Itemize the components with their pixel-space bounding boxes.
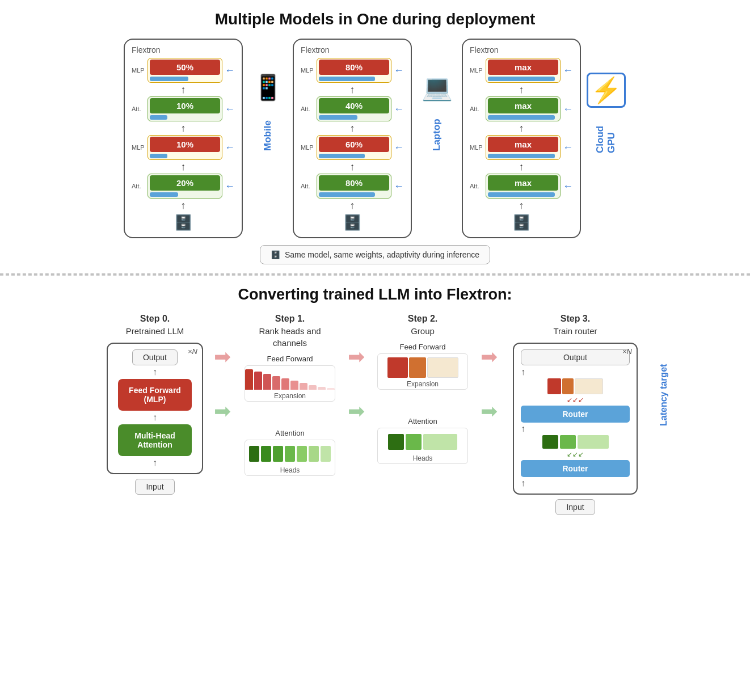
step1-att-group: Attention Heads	[245, 429, 335, 476]
device-mobile: 📱 Mobile	[245, 39, 290, 151]
router-bar-ff: Router	[521, 406, 630, 423]
layer-row2-att1: Att. 40% ←	[301, 96, 404, 121]
step1-att-bars: Heads	[245, 440, 335, 476]
laptop-label: Laptop	[431, 106, 443, 151]
top-section: Multiple Models in One during deployment…	[0, 0, 750, 275]
steps-row: Step 0. Pretrained LLM ×N Output ↑ Feed …	[17, 313, 733, 515]
device-cloud: ⚡ Cloud GPU	[583, 39, 629, 153]
step2-att-group: Attention Heads	[377, 417, 468, 464]
db-icon-1: 🗄️	[132, 214, 235, 231]
cloud-label: Cloud GPU	[595, 108, 617, 153]
layer-row3-att2: Att. max ←	[470, 174, 573, 199]
same-model-text: Same model, same weights, adaptivity dur…	[285, 250, 479, 259]
step2-ff-group: Feed Forward Expansion	[377, 343, 468, 390]
s0-arrow-col: ➡ ➡	[214, 313, 231, 421]
flextron-label-1: Flextron	[132, 45, 235, 54]
arrow-att-s1s2: ➡	[348, 401, 365, 421]
step2-col: Step 2. Group Feed Forward Expansion	[366, 313, 479, 464]
step1-ff-group: Feed Forward Expansion	[245, 355, 335, 402]
times-n-step3: ×N	[622, 347, 632, 356]
output-box: Output	[132, 349, 178, 365]
step3-att-bars	[542, 435, 609, 449]
same-model-note: 🗄️ Same model, same weights, adaptivity …	[17, 245, 733, 264]
main-title: Multiple Models in One during deployment	[17, 10, 733, 28]
router-bar-att: Router	[521, 460, 630, 477]
step2-ff-bars: Expansion	[377, 353, 468, 390]
ff-block: Feed Forward(MLP)	[118, 379, 192, 411]
step3-col: Step 3. Train router ×N Output ↑ ↙↙↙ Rou…	[499, 313, 652, 515]
layer-row2-att2: Att. 80% ←	[301, 174, 404, 199]
times-n-step0: ×N	[188, 347, 197, 356]
step0-col: Step 0. Pretrained LLM ×N Output ↑ Feed …	[98, 313, 212, 495]
arrow-ff-s2s3: ➡	[481, 347, 498, 367]
arrow-att-s2s3: ➡	[481, 401, 498, 421]
layer-row3-mlp1: MLP max ←	[470, 58, 573, 83]
layer-row-mlp1: MLP 50% ←	[132, 58, 235, 83]
layer-row-att1: Att. 10% ←	[132, 96, 235, 121]
step3-box: ×N Output ↑ ↙↙↙ Router ↑	[513, 343, 638, 495]
step2-label: Step 2. Group	[408, 313, 437, 337]
step1-col: Step 1. Rank heads andchannels Feed Forw…	[233, 313, 347, 476]
step3-label: Step 3. Train router	[554, 313, 597, 337]
flextron-label-2: Flextron	[301, 45, 404, 54]
layer-row3-mlp2: MLP max ←	[470, 135, 573, 160]
layer-row-mlp2: MLP 10% ←	[132, 135, 235, 160]
bottom-section: Converting trained LLM into Flextron: St…	[0, 276, 750, 521]
db-icon-3: 🗄️	[470, 214, 573, 231]
step0-label: Step 0. Pretrained LLM	[126, 313, 184, 337]
step3-input: Input	[555, 499, 595, 515]
att-block: Multi-HeadAttention	[118, 424, 192, 456]
layer-row2-mlp2: MLP 60% ←	[301, 135, 404, 160]
chip-icon: ⚡	[587, 73, 626, 108]
latency-target-label: Latency target	[659, 324, 669, 426]
bottom-title: Converting trained LLM into Flextron:	[17, 286, 733, 303]
models-row: Flextron MLP 50% ← ↑ Att. 10%	[17, 39, 733, 238]
flextron-box-2: Flextron MLP 80% ← ↑ Att. 40% ←	[293, 39, 412, 238]
step2-att-bars: Heads	[377, 428, 468, 464]
db-icon-2: 🗄️	[301, 214, 404, 231]
step1-ff-bars: Expansion	[245, 365, 335, 402]
flextron-box-1: Flextron MLP 50% ← ↑ Att. 10%	[124, 39, 243, 238]
layer-row-att2: Att. 20% ←	[132, 174, 235, 199]
step3-ff-bars	[547, 378, 603, 394]
arrow-att-s0s1: ➡	[214, 401, 231, 421]
input-box: Input	[135, 479, 174, 495]
step3-output: Output	[521, 349, 630, 365]
s1s2-arrow-col: ➡ ➡	[348, 313, 365, 421]
ff-curved-arrows: ↙↙↙	[521, 396, 630, 404]
att-curved-arrows: ↙↙↙	[521, 450, 630, 458]
model2-group: Flextron MLP 80% ← ↑ Att. 40% ←	[290, 39, 414, 238]
layer-row3-att1: Att. max ←	[470, 96, 573, 121]
device-laptop: 💻 Laptop	[414, 39, 460, 151]
model1-group: Flextron MLP 50% ← ↑ Att. 10%	[121, 39, 245, 238]
s2s3-arrow-col: ➡ ➡	[481, 313, 498, 421]
mobile-label: Mobile	[262, 106, 273, 151]
arrow-ff-s0s1: ➡	[214, 347, 231, 367]
llm-box: ×N Output ↑ Feed Forward(MLP) ↑ Multi-He…	[107, 343, 203, 474]
flextron-label-3: Flextron	[470, 45, 573, 54]
arrow-ff-s1s2: ➡	[348, 347, 365, 367]
layer-row2-mlp1: MLP 80% ←	[301, 58, 404, 83]
db-icon-note: 🗄️	[271, 250, 280, 259]
step1-label: Step 1. Rank heads andchannels	[259, 313, 321, 349]
model3-group: Flextron MLP max ← ↑ Att. max ←	[460, 39, 583, 238]
flextron-box-3: Flextron MLP max ← ↑ Att. max ←	[462, 39, 581, 238]
